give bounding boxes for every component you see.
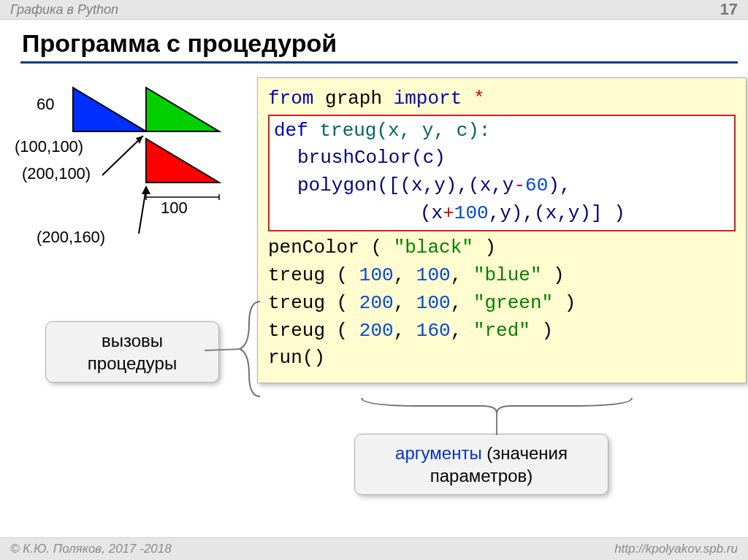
label-pt3: (200,160) (37, 228, 105, 247)
triangle-blue (73, 88, 146, 131)
triangle-red (146, 139, 219, 183)
title-underline (20, 61, 738, 64)
header-bar: Графика в Python 17 (0, 0, 748, 20)
footer-bar: © К.Ю. Поляков, 2017 -2018 http://kpolya… (0, 537, 748, 560)
label-pt2: (200,100) (22, 164, 91, 183)
arrow-line-2 (102, 136, 143, 175)
arrow-head-3 (142, 185, 150, 194)
label-pt1: (100,100) (15, 137, 83, 156)
page-number: 17 (720, 0, 738, 19)
callout-left-line2: процедуры (59, 352, 205, 375)
code-block: from graph import * def treug(x, y, c): … (257, 77, 747, 383)
arrow-line-3 (139, 188, 146, 234)
code-line-call3: treug ( 200, 160, "red" ) (268, 318, 736, 345)
triangle-green (146, 88, 219, 131)
code-line-pencolor: penColor ( "black" ) (268, 234, 736, 262)
triangles-diagram: 60 (100,100) (200,100) 100 (200,160) (15, 73, 248, 263)
callout-arguments: аргументы (значения параметров) (354, 434, 608, 495)
callout-left-pointer (205, 343, 248, 358)
footer-copyright: © К.Ю. Поляков, 2017 -2018 (10, 542, 172, 556)
callout-left-line1: вызовы (59, 329, 205, 352)
code-line-call1: treug ( 100, 100, "blue" ) (268, 262, 736, 290)
code-line-import: from graph import * (268, 85, 736, 113)
def-block: def treug(x, y, c): brushColor(c) polygo… (268, 115, 736, 232)
callout-bottom-pointer (491, 413, 505, 437)
callout-procedure-calls: вызовы процедуры (45, 321, 219, 383)
code-line-run: run() (268, 345, 736, 372)
footer-url: http://kpolyakov.spb.ru (614, 542, 738, 556)
header-topic: Графика в Python (10, 2, 118, 18)
label-width: 100 (161, 199, 188, 218)
label-size: 60 (37, 95, 54, 114)
code-line-call2: treug ( 200, 100, "green" ) (268, 290, 736, 318)
svg-line-2 (205, 349, 241, 350)
callout-bottom-keyword: аргументы (395, 443, 482, 463)
page-title: Программа с процедурой (22, 29, 337, 58)
